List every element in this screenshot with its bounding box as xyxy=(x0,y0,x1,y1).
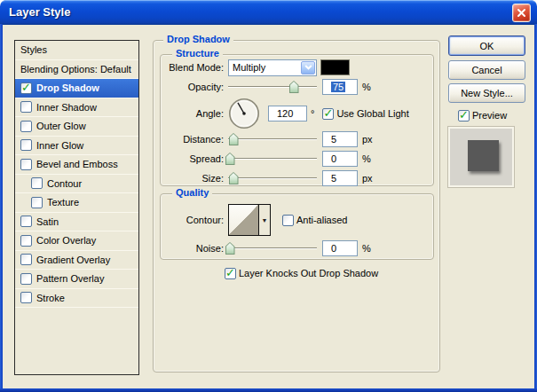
contour-label: Contour: xyxy=(160,215,224,225)
spread-field[interactable]: 0 xyxy=(322,151,358,167)
sidebar-item-label: Bevel and Emboss xyxy=(36,159,118,169)
noise-slider[interactable] xyxy=(228,241,317,255)
opacity-label: Opacity: xyxy=(160,82,224,92)
size-value: 5 xyxy=(331,173,336,184)
style-enable-checkbox[interactable] xyxy=(20,82,32,94)
slider-groove xyxy=(228,247,317,249)
style-enable-checkbox[interactable] xyxy=(20,101,32,113)
style-enable-checkbox[interactable] xyxy=(20,159,32,170)
cancel-button-label: Cancel xyxy=(471,65,501,75)
sidebar-item-blending-options-default[interactable]: Blending Options: Default xyxy=(15,60,138,80)
styles-list: StylesBlending Options: DefaultDrop Shad… xyxy=(14,40,139,375)
opacity-slider[interactable] xyxy=(228,80,317,94)
layer-knocks-out-label: Layer Knocks Out Drop Shadow xyxy=(239,268,378,278)
preview-square-with-shadow xyxy=(468,140,499,171)
size-unit: px xyxy=(362,173,373,184)
style-enable-checkbox[interactable] xyxy=(20,121,32,132)
distance-label: Distance: xyxy=(160,134,224,145)
sidebar-item-stroke[interactable]: Stroke xyxy=(15,289,138,309)
window-border-left xyxy=(0,24,3,392)
sidebar-item-color-overlay[interactable]: Color Overlay xyxy=(15,231,138,251)
chevron-down-icon[interactable] xyxy=(301,61,315,74)
anti-aliased-label: Anti-aliased xyxy=(296,215,347,225)
opacity-slider-thumb[interactable] xyxy=(289,81,299,93)
window-border-bottom xyxy=(0,388,537,392)
noise-slider-thumb[interactable] xyxy=(225,242,235,255)
distance-slider[interactable] xyxy=(228,132,317,146)
sidebar-item-styles[interactable]: Styles xyxy=(15,41,138,60)
sidebar-item-label: Outer Glow xyxy=(36,121,86,131)
contour-row: Contour: ▼ Anti-aliased xyxy=(160,204,347,236)
use-global-light-checkbox[interactable] xyxy=(322,108,334,120)
sidebar-item-pattern-overlay[interactable]: Pattern Overlay xyxy=(15,270,138,289)
size-slider[interactable] xyxy=(228,171,317,185)
size-field[interactable]: 5 xyxy=(322,170,358,186)
title-bar[interactable]: Layer Style xyxy=(0,0,537,25)
close-button[interactable] xyxy=(512,4,531,22)
contour-preview[interactable] xyxy=(229,205,258,235)
new-style-button[interactable]: New Style... xyxy=(448,83,525,103)
angle-field[interactable]: 120 xyxy=(268,106,307,122)
style-enable-checkbox[interactable] xyxy=(20,254,32,265)
style-enable-checkbox[interactable] xyxy=(31,177,43,189)
style-preview-thumbnail xyxy=(448,127,514,187)
opacity-field[interactable]: 75 xyxy=(322,79,358,95)
sidebar-item-bevel-and-emboss[interactable]: Bevel and Emboss xyxy=(15,155,138,175)
blend-mode-select[interactable]: Multiply xyxy=(228,59,317,76)
distance-row: Distance: 5 px xyxy=(160,130,373,148)
style-enable-checkbox[interactable] xyxy=(20,292,32,303)
distance-slider-thumb[interactable] xyxy=(229,133,239,145)
style-enable-checkbox[interactable] xyxy=(31,197,43,208)
angle-dial[interactable] xyxy=(228,98,260,129)
drop-shadow-group-title: Drop Shadow xyxy=(163,34,233,44)
sidebar-item-label: Drop Shadow xyxy=(36,82,99,93)
style-enable-checkbox[interactable] xyxy=(20,235,32,247)
anti-aliased-checkbox[interactable] xyxy=(282,215,294,226)
sidebar-item-label: Stroke xyxy=(36,293,65,303)
sidebar-item-inner-shadow[interactable]: Inner Shadow xyxy=(15,98,138,118)
sidebar-item-drop-shadow[interactable]: Drop Shadow xyxy=(15,79,138,98)
sidebar-item-satin[interactable]: Satin xyxy=(15,213,138,232)
sidebar-item-label: Inner Glow xyxy=(36,140,83,151)
spread-slider[interactable] xyxy=(228,152,317,166)
sidebar-item-gradient-overlay[interactable]: Gradient Overlay xyxy=(15,251,138,270)
window-title: Layer Style xyxy=(9,0,70,24)
blend-mode-label: Blend Mode: xyxy=(160,62,224,73)
style-enable-checkbox[interactable] xyxy=(20,216,32,227)
use-global-light-label: Use Global Light xyxy=(336,108,408,119)
blend-mode-value: Multiply xyxy=(229,62,265,73)
sidebar-item-label: Styles xyxy=(20,44,47,55)
spread-label: Spread: xyxy=(160,153,224,164)
spread-slider-thumb[interactable] xyxy=(225,153,235,165)
quality-group-title: Quality xyxy=(172,187,212,198)
layer-knocks-out-checkbox[interactable] xyxy=(225,268,236,279)
ok-button-label: OK xyxy=(480,41,494,51)
spread-value: 0 xyxy=(331,153,336,164)
noise-unit: % xyxy=(362,243,371,254)
contour-picker[interactable]: ▼ xyxy=(228,204,271,236)
sidebar-item-contour[interactable]: Contour xyxy=(15,175,138,194)
angle-unit: ° xyxy=(311,108,314,119)
preview-checkbox[interactable] xyxy=(458,110,470,122)
sidebar-item-label: Pattern Overlay xyxy=(36,273,104,284)
preview-row: Preview xyxy=(458,106,507,124)
size-slider-thumb[interactable] xyxy=(229,172,239,184)
distance-field[interactable]: 5 xyxy=(322,131,358,147)
opacity-row: Opacity: 75 % xyxy=(160,78,371,96)
dropdown-arrow-icon[interactable]: ▼ xyxy=(258,205,270,235)
style-enable-checkbox[interactable] xyxy=(20,139,32,151)
opacity-value: 75 xyxy=(331,82,345,92)
sidebar-item-label: Color Overlay xyxy=(36,235,96,246)
style-enable-checkbox[interactable] xyxy=(20,273,32,285)
sidebar-item-inner-glow[interactable]: Inner Glow xyxy=(15,137,138,156)
spread-row: Spread: 0 % xyxy=(160,150,371,168)
sidebar-item-texture[interactable]: Texture xyxy=(15,193,138,213)
ok-button[interactable]: OK xyxy=(448,35,525,56)
slider-groove xyxy=(228,138,317,140)
cancel-button[interactable]: Cancel xyxy=(448,60,525,80)
size-row: Size: 5 px xyxy=(160,169,373,187)
distance-value: 5 xyxy=(331,134,336,145)
noise-field[interactable]: 0 xyxy=(322,240,358,256)
shadow-color-swatch[interactable] xyxy=(320,59,350,75)
sidebar-item-outer-glow[interactable]: Outer Glow xyxy=(15,117,138,137)
